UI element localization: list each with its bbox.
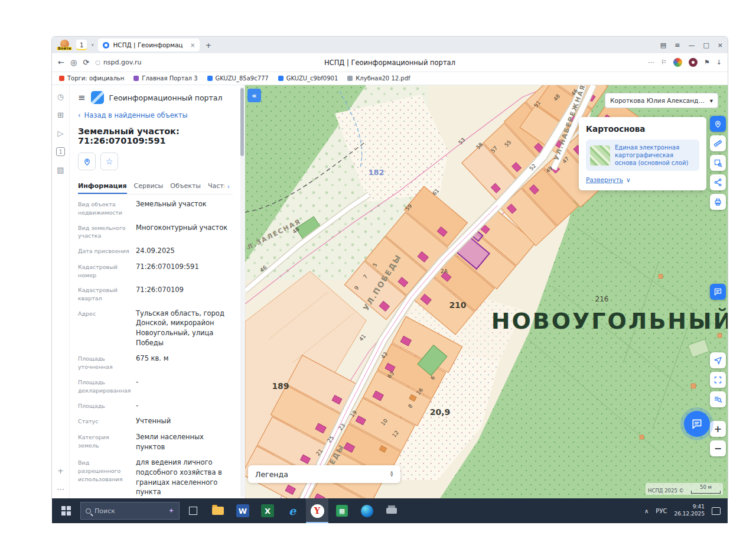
basemap-expand-link[interactable]: Развернуть ∨ xyxy=(586,176,699,183)
field-value: 71:26:070109 xyxy=(136,285,233,303)
screenshot-icon[interactable]: ▤ xyxy=(57,166,64,174)
object-search-button[interactable] xyxy=(710,391,726,407)
panel-tab-Сервисы[interactable]: Сервисы xyxy=(134,179,164,194)
menu-icon[interactable]: ≡ xyxy=(78,92,86,103)
protect-icon[interactable]: ◎ xyxy=(70,58,77,67)
map-viewport[interactable]: 5148465358575552494761592А46489754143631… xyxy=(245,85,728,498)
excel-icon: X xyxy=(261,504,274,517)
bookmark-favicon xyxy=(278,76,284,81)
info-field-row: Дата присвоения24.09.2025 xyxy=(78,241,233,257)
basemap-layer-row[interactable]: Единая электронная картографическая осно… xyxy=(586,140,699,171)
printer-button[interactable] xyxy=(380,498,403,523)
bookmark-favicon xyxy=(133,76,139,81)
file-explorer-button[interactable] xyxy=(207,498,229,523)
active-tab[interactable]: НСПД | Геоинформац × xyxy=(98,38,200,51)
measure-area-button[interactable] xyxy=(710,155,726,171)
statements-button[interactable] xyxy=(710,284,726,300)
extension-icon[interactable] xyxy=(689,58,698,67)
zoom-in-button[interactable]: + xyxy=(710,421,726,437)
back-icon[interactable]: ← xyxy=(58,58,64,67)
sync-avatar[interactable] xyxy=(673,58,682,67)
bookmark-item[interactable]: GKUZU_c9bf0901 xyxy=(278,75,338,82)
chat-widget-button[interactable] xyxy=(684,411,710,437)
field-label: Кадастровый номер xyxy=(78,262,130,280)
task-view-button[interactable] xyxy=(182,498,204,523)
area-icon xyxy=(713,158,722,167)
taskbar-clock[interactable]: 9:41 26.12.2025 xyxy=(674,504,705,517)
browser-profile-button[interactable]: Войти xyxy=(57,40,72,51)
ie-button[interactable]: e xyxy=(281,498,304,523)
tab-counter-button[interactable]: 1 xyxy=(76,40,87,50)
extent-frame-button[interactable] xyxy=(710,372,726,388)
tab-list-caret-icon[interactable]: ∨ xyxy=(91,43,94,47)
sheet-icon: ▦ xyxy=(336,505,348,517)
zoom-out-button[interactable]: − xyxy=(710,440,726,456)
address-field[interactable]: ○ nspd.gov.ru xyxy=(95,59,141,66)
reload-icon[interactable]: ⟳ xyxy=(83,58,89,67)
bookmark-flag-icon[interactable]: ⚐ xyxy=(661,59,667,66)
user-account-dropdown[interactable]: Короткова Юлия Александр... ▾ xyxy=(605,93,718,108)
excel-button[interactable]: X xyxy=(256,498,279,523)
info-field-row: Площадь- xyxy=(78,396,233,412)
browser-window: Войти 1 ∨ НСПД | Геоинформац × + ▤ ≡ — □… xyxy=(52,37,728,498)
downloads-icon[interactable]: ↓ xyxy=(716,59,722,66)
info-field-row: Кадастровый номер71:26:070109:591 xyxy=(78,257,233,281)
taskbar-search-input[interactable] xyxy=(94,507,148,515)
share-button[interactable] xyxy=(710,174,726,190)
tray-date: 26.12.2025 xyxy=(674,511,705,518)
bookmark-item[interactable]: Торги: официальн xyxy=(59,75,124,82)
my-location-button[interactable] xyxy=(710,352,726,368)
back-to-results-link[interactable]: ‹ Назад в найденные объекты xyxy=(78,111,233,119)
sidebar-more-icon[interactable]: ⋯ xyxy=(57,485,64,494)
taskbar-search[interactable]: ✦ xyxy=(80,502,180,520)
more-icon[interactable]: ⋯ xyxy=(648,59,654,66)
tab-groups-icon[interactable]: ⊞ xyxy=(57,111,64,119)
video-icon[interactable]: ▷ xyxy=(58,129,64,138)
panel-scrollbar-thumb[interactable] xyxy=(240,88,244,156)
minimize-button[interactable]: — xyxy=(688,41,695,49)
field-label: Площадь xyxy=(78,401,130,411)
browser-menu-icon[interactable]: ≡ xyxy=(674,41,680,49)
area-number-label: 216 xyxy=(595,295,609,303)
house-number-label: 2А xyxy=(441,268,448,274)
panel-collapse-button[interactable]: « xyxy=(247,89,261,102)
identify-tool-button[interactable] xyxy=(710,116,726,132)
tabs-scroll-chevron[interactable]: › xyxy=(224,181,233,192)
legend-toggle-icon[interactable]: ∧∨ xyxy=(390,472,393,477)
panel-tab-Информация[interactable]: Информация xyxy=(78,179,127,194)
translate-flag-icon[interactable]: ⚑ xyxy=(704,59,710,66)
bookmark-item[interactable]: Главная Портал 3 xyxy=(133,75,197,82)
legend-bar[interactable]: Легенда ∧∨ xyxy=(248,465,400,483)
print-button[interactable] xyxy=(710,194,726,210)
yandex-browser-button[interactable]: Y xyxy=(306,498,328,523)
bookmark-favicon xyxy=(59,76,64,81)
tray-overflow-icon[interactable]: ∧ xyxy=(644,508,649,514)
favorite-button[interactable]: ☆ xyxy=(100,153,118,170)
field-label: Вид объекта недвижимости xyxy=(78,199,130,217)
panel-tab-Объекты[interactable]: Объекты xyxy=(170,179,201,194)
panel-scrollbar[interactable] xyxy=(240,86,244,497)
add-panel-icon[interactable]: + xyxy=(57,466,64,475)
tab-close-icon[interactable]: × xyxy=(190,42,195,48)
language-indicator[interactable]: РУС xyxy=(656,508,667,514)
field-value: Учтенный xyxy=(136,416,233,426)
bookmark-item[interactable]: GKUZU_85a9c777 xyxy=(207,75,269,82)
edge-button[interactable] xyxy=(356,498,378,523)
start-button[interactable] xyxy=(54,498,78,523)
scale-bar: 50 м xyxy=(691,484,721,494)
desktop-stage: Войти 1 ∨ НСПД | Геоинформац × + ▤ ≡ — □… xyxy=(52,37,728,523)
measure-distance-button[interactable] xyxy=(710,135,726,151)
bookmark-item[interactable]: Клубная20 12.pdf xyxy=(347,75,410,82)
new-tab-button[interactable]: + xyxy=(205,41,211,50)
maximize-button[interactable]: □ xyxy=(703,41,709,49)
bookmarks-bar: Торги: официальнГлавная Портал 3GKUZU_85… xyxy=(52,72,728,85)
bookmark-favicon xyxy=(207,76,213,81)
history-icon[interactable]: ◷ xyxy=(57,92,64,101)
notification-icon[interactable] xyxy=(712,507,721,515)
spreadsheet-button[interactable]: ▦ xyxy=(331,498,353,523)
notes-icon[interactable]: 1 xyxy=(56,147,65,156)
close-button[interactable]: × xyxy=(718,41,723,49)
word-button[interactable]: W xyxy=(232,498,254,523)
show-on-map-button[interactable] xyxy=(78,153,96,170)
panel-toggle-icon[interactable]: ▤ xyxy=(660,41,666,49)
